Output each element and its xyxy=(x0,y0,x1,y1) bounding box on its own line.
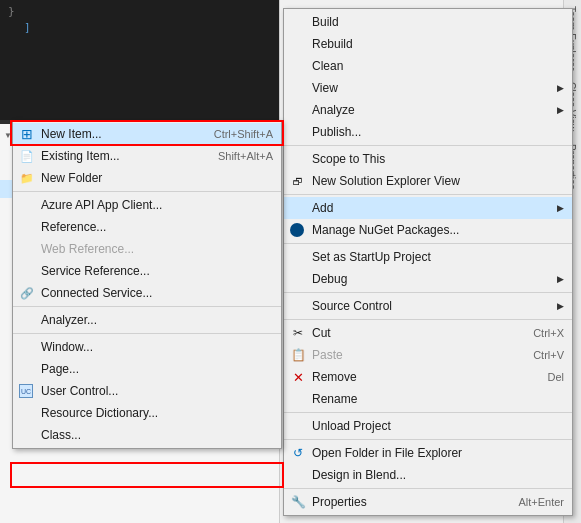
separator xyxy=(13,191,281,192)
submenu-reference[interactable]: Reference... xyxy=(13,216,281,238)
add-submenu: ⊞ New Item... Ctrl+Shift+A 📄 Existing It… xyxy=(12,120,282,449)
menu-item-label: Connected Service... xyxy=(41,286,152,300)
cm-new-solution-explorer[interactable]: 🗗 New Solution Explorer View xyxy=(284,170,572,192)
shortcut: Del xyxy=(547,371,564,383)
cm-source-control[interactable]: Source Control▶ xyxy=(284,295,572,317)
menu-item-label: Reference... xyxy=(41,220,106,234)
cm-build[interactable]: Build xyxy=(284,11,572,33)
menu-item-label: Page... xyxy=(41,362,79,376)
menu-item-label: Web Reference... xyxy=(41,242,134,256)
separator xyxy=(284,412,572,413)
submenu-service-reference[interactable]: Service Reference... xyxy=(13,260,281,282)
arrow-icon: ▶ xyxy=(557,203,564,213)
submenu-window[interactable]: Window... xyxy=(13,336,281,358)
code-editor-area: } ] xyxy=(0,0,279,120)
submenu-page[interactable]: Page... xyxy=(13,358,281,380)
cm-publish[interactable]: Publish... xyxy=(284,121,572,143)
connected-service-icon: 🔗 xyxy=(19,285,35,301)
submenu-web-reference[interactable]: Web Reference... xyxy=(13,238,281,260)
shortcut: Ctrl+X xyxy=(533,327,564,339)
nuget-icon xyxy=(290,223,304,237)
separator xyxy=(284,292,572,293)
cm-analyze[interactable]: Analyze▶ xyxy=(284,99,572,121)
cut-icon: ✂ xyxy=(290,325,306,341)
separator xyxy=(13,333,281,334)
separator xyxy=(13,306,281,307)
shortcut: Ctrl+V xyxy=(533,349,564,361)
arrow-icon: ▶ xyxy=(557,301,564,311)
cm-scope[interactable]: Scope to This xyxy=(284,148,572,170)
cm-nuget[interactable]: Manage NuGet Packages... xyxy=(284,219,572,241)
cm-paste[interactable]: 📋 Paste Ctrl+V xyxy=(284,344,572,366)
folder-icon: ↺ xyxy=(290,445,306,461)
submenu-resource-dictionary[interactable]: Resource Dictionary... xyxy=(13,402,281,424)
submenu-class[interactable]: Class... xyxy=(13,424,281,446)
paste-icon: 📋 xyxy=(290,347,306,363)
submenu-user-control[interactable]: UC User Control... xyxy=(13,380,281,402)
cm-startup[interactable]: Set as StartUp Project xyxy=(284,246,572,268)
shortcut: Alt+Enter xyxy=(518,496,564,508)
cm-debug[interactable]: Debug▶ xyxy=(284,268,572,290)
arrow-icon: ▶ xyxy=(557,274,564,284)
menu-item-label: User Control... xyxy=(41,384,118,398)
wrench-icon: 🔧 xyxy=(290,494,306,510)
menu-item-label: New Folder xyxy=(41,171,102,185)
cm-rename[interactable]: Rename xyxy=(284,388,572,410)
remove-icon: ✕ xyxy=(290,369,306,385)
menu-item-label: Window... xyxy=(41,340,93,354)
submenu-existing-item[interactable]: 📄 Existing Item... Shift+Alt+A xyxy=(13,145,281,167)
submenu-analyzer[interactable]: Analyzer... xyxy=(13,309,281,331)
context-menu: Build Rebuild Clean View▶ Analyze▶ Publi… xyxy=(283,8,573,516)
menu-item-label: Existing Item... xyxy=(41,149,120,163)
shortcut: Ctrl+Shift+A xyxy=(214,128,273,140)
new-item-icon: ⊞ xyxy=(19,126,35,142)
cm-properties[interactable]: 🔧 Properties Alt+Enter xyxy=(284,491,572,513)
user-control-icon: UC xyxy=(19,384,33,398)
existing-item-icon: 📄 xyxy=(19,148,35,164)
arrow-icon: ▶ xyxy=(557,83,564,93)
submenu-azure[interactable]: Azure API App Client... xyxy=(13,194,281,216)
separator xyxy=(284,488,572,489)
cm-unload[interactable]: Unload Project xyxy=(284,415,572,437)
cm-rebuild[interactable]: Rebuild xyxy=(284,33,572,55)
menu-item-label: New Item... xyxy=(41,127,102,141)
expand-icon: ▼ xyxy=(4,131,12,140)
cm-clean[interactable]: Clean xyxy=(284,55,572,77)
separator xyxy=(284,145,572,146)
menu-item-label: Class... xyxy=(41,428,81,442)
separator xyxy=(284,194,572,195)
cm-view[interactable]: View▶ xyxy=(284,77,572,99)
se-view-icon: 🗗 xyxy=(290,173,306,189)
menu-item-label: Service Reference... xyxy=(41,264,150,278)
cm-open-folder[interactable]: ↺ Open Folder in File Explorer xyxy=(284,442,572,464)
cm-add[interactable]: Add▶ xyxy=(284,197,572,219)
submenu-new-folder[interactable]: 📁 New Folder xyxy=(13,167,281,189)
arrow-icon: ▶ xyxy=(557,105,564,115)
separator xyxy=(284,243,572,244)
shortcut: Shift+Alt+A xyxy=(218,150,273,162)
cm-design-blend[interactable]: Design in Blend... xyxy=(284,464,572,486)
cm-remove[interactable]: ✕ Remove Del xyxy=(284,366,572,388)
submenu-new-item[interactable]: ⊞ New Item... Ctrl+Shift+A xyxy=(13,123,281,145)
submenu-connected-service[interactable]: 🔗 Connected Service... xyxy=(13,282,281,304)
folder-icon: 📁 xyxy=(19,170,35,186)
menu-item-label: Azure API App Client... xyxy=(41,198,162,212)
cm-cut[interactable]: ✂ Cut Ctrl+X xyxy=(284,322,572,344)
menu-item-label: Analyzer... xyxy=(41,313,97,327)
separator xyxy=(284,439,572,440)
separator xyxy=(284,319,572,320)
menu-item-label: Resource Dictionary... xyxy=(41,406,158,420)
